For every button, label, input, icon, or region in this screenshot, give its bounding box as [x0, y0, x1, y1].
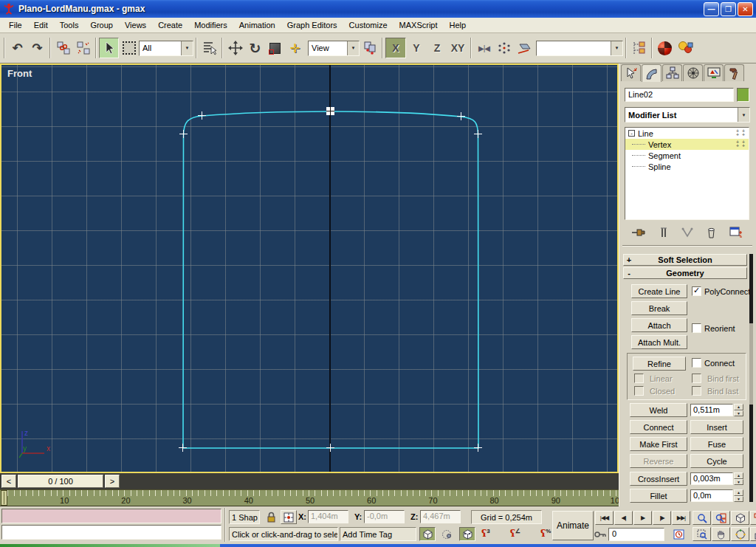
close-button[interactable]: ✕: [738, 2, 753, 16]
cross-insert-value-field[interactable]: 0,003m: [690, 472, 733, 485]
spline-vertex-marker[interactable]: [326, 444, 334, 452]
menu-item-customize[interactable]: Customize: [343, 18, 394, 32]
connect-button[interactable]: Connect: [630, 420, 687, 434]
rollout-soft-selection[interactable]: + Soft Selection: [623, 254, 747, 266]
degradation-override-toggle[interactable]: [419, 527, 436, 541]
restrict-y-button[interactable]: Y: [406, 38, 427, 58]
restrict-x-button[interactable]: X: [385, 38, 406, 58]
rectangular-selection-region-button[interactable]: [119, 38, 139, 58]
absolute-mode-transform-toggle[interactable]: [281, 510, 297, 524]
menu-item-group[interactable]: Group: [84, 18, 119, 32]
pan-button[interactable]: [712, 527, 730, 541]
viewport-label[interactable]: Front: [7, 68, 32, 79]
bind-last-checkbox[interactable]: [692, 386, 701, 396]
goto-start-button[interactable]: |◀◀: [595, 511, 614, 525]
cross-insert-spinner[interactable]: ▲▼: [734, 472, 743, 485]
spline-vertex-marker[interactable]: [179, 444, 187, 452]
attach-mult-button[interactable]: Attach Mult.: [631, 335, 687, 349]
selected-vertex-marker[interactable]: [326, 107, 334, 115]
cross-insert-button[interactable]: CrossInsert: [630, 472, 687, 486]
menu-item-maxscript[interactable]: MAXScript: [394, 18, 444, 32]
redo-button[interactable]: ↷: [27, 38, 47, 58]
attach-button[interactable]: Attach: [631, 318, 687, 332]
insert-button[interactable]: Insert: [690, 420, 743, 434]
menu-item-file[interactable]: File: [3, 18, 28, 32]
percent-snap-toggle-icon[interactable]: ʕ%: [540, 528, 551, 539]
x-coord-field[interactable]: 1,404m: [308, 510, 348, 523]
selection-filter-dropdown[interactable]: All ▼: [139, 41, 193, 56]
chevron-down-icon[interactable]: ▼: [181, 41, 193, 55]
stack-item-segment[interactable]: Segment: [625, 150, 749, 161]
reference-coordinate-dropdown[interactable]: View ▼: [308, 41, 360, 56]
select-and-rotate-button[interactable]: ↻: [245, 38, 265, 58]
z-coord-field[interactable]: 4,467m: [420, 510, 461, 523]
play-button[interactable]: ▶: [633, 511, 652, 525]
undo-button[interactable]: ↶: [7, 38, 27, 58]
tab-modify[interactable]: [642, 64, 662, 82]
spline-vertex-marker[interactable]: [474, 130, 482, 138]
connect-checkbox[interactable]: [692, 358, 701, 368]
menu-item-help[interactable]: Help: [444, 18, 472, 32]
menu-item-create[interactable]: Create: [152, 18, 188, 32]
current-frame-field[interactable]: 0: [608, 528, 664, 541]
key-mode-toggle[interactable]: [592, 527, 608, 541]
tab-motion[interactable]: [683, 64, 703, 81]
stack-item-line[interactable]: -Line+ + + +: [625, 128, 749, 139]
object-color-swatch[interactable]: [737, 88, 749, 102]
weld-button[interactable]: Weld: [630, 403, 687, 417]
animate-button[interactable]: Animate: [552, 511, 594, 540]
break-button[interactable]: Break: [631, 301, 687, 315]
previous-frame-button[interactable]: ◀|: [614, 511, 633, 525]
chevron-down-icon[interactable]: ▼: [347, 41, 359, 55]
weld-spinner[interactable]: ▲▼: [734, 404, 743, 416]
trackbar-frame-handle[interactable]: [1, 490, 7, 506]
collapse-icon[interactable]: -: [628, 130, 635, 137]
spline-vertex-marker[interactable]: [457, 112, 465, 120]
tab-create[interactable]: [621, 64, 641, 81]
restrict-z-button[interactable]: Z: [427, 38, 447, 58]
minimize-button[interactable]: —: [704, 2, 719, 16]
menu-item-tools[interactable]: Tools: [54, 18, 85, 32]
select-and-scale-button[interactable]: [265, 38, 285, 58]
arc-rotate-button[interactable]: [731, 527, 749, 541]
cycle-button[interactable]: Cycle: [690, 454, 743, 468]
zoom-all-button[interactable]: [712, 511, 730, 525]
viewport-front[interactable]: z y x Front: [0, 63, 619, 473]
use-pivot-point-center-button[interactable]: [360, 38, 379, 58]
menu-item-animation[interactable]: Animation: [233, 18, 281, 32]
select-and-manipulate-button[interactable]: ✛: [285, 38, 305, 58]
panel-scrollbar-thumb[interactable]: [749, 323, 753, 405]
object-name-field[interactable]: Line02: [625, 88, 734, 102]
make-unique-icon[interactable]: [681, 227, 693, 238]
tab-utilities[interactable]: [724, 64, 744, 81]
panel-scrollbar[interactable]: [749, 254, 753, 502]
stack-item-vertex[interactable]: Vertex+ + + +: [625, 139, 749, 150]
stack-item-spline[interactable]: Spline: [625, 161, 749, 172]
menu-item-graph-editors[interactable]: Graph Editors: [281, 18, 343, 32]
chevron-down-icon[interactable]: ▼: [611, 41, 622, 55]
menu-item-modifiers[interactable]: Modifiers: [188, 18, 233, 32]
material-editor-button[interactable]: [655, 38, 675, 58]
min-max-toggle-button[interactable]: [750, 527, 756, 541]
pin-stack-icon[interactable]: [631, 227, 646, 238]
polyconnect-checkbox[interactable]: [692, 286, 701, 296]
closed-checkbox[interactable]: [634, 386, 644, 396]
selection-lock-toggle[interactable]: [263, 510, 279, 524]
menu-item-edit[interactable]: Edit: [28, 18, 54, 32]
array-button[interactable]: [494, 38, 514, 58]
time-slider[interactable]: 0 / 100: [18, 475, 103, 488]
weld-value-field[interactable]: 0,511m: [690, 404, 733, 416]
y-coord-field[interactable]: -0,0m: [364, 510, 405, 523]
track-bar[interactable]: 102030405060708090100: [0, 489, 619, 506]
create-line-button[interactable]: Create Line: [631, 284, 687, 298]
configure-modifier-sets-icon[interactable]: [729, 227, 743, 238]
fuse-button[interactable]: Fuse: [690, 437, 743, 451]
select-and-link-button[interactable]: [53, 38, 73, 58]
reverse-button[interactable]: Reverse: [630, 454, 687, 468]
mirror-button[interactable]: ▶|◀: [474, 38, 494, 58]
select-by-name-button[interactable]: [199, 38, 219, 58]
goto-end-button[interactable]: ▶▶|: [672, 511, 690, 525]
chevron-down-icon[interactable]: ▼: [738, 108, 749, 122]
remove-modifier-icon[interactable]: [707, 227, 716, 238]
next-frame-button[interactable]: |▶: [653, 511, 671, 525]
